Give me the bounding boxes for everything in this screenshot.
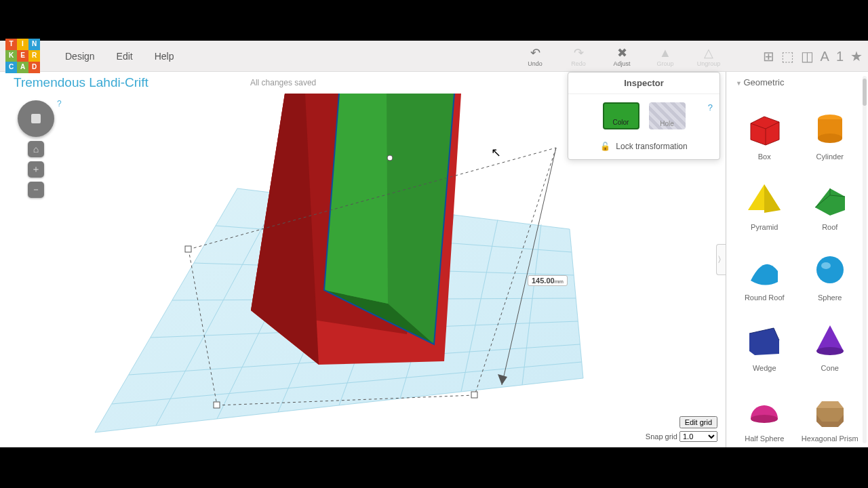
save-status: All changes saved bbox=[250, 78, 316, 87]
zoom-in-button[interactable]: ＋ bbox=[28, 161, 44, 178]
svg-point-44 bbox=[751, 415, 778, 423]
view-icon-4[interactable]: 1 bbox=[836, 49, 844, 64]
shape-label: Hexagonal Prism bbox=[802, 434, 859, 443]
shape-half-sphere[interactable]: Half Sphere bbox=[732, 375, 797, 443]
shape-hexagonal-prism[interactable]: Hexagonal Prism bbox=[797, 375, 863, 443]
shape-category[interactable]: Geometric bbox=[726, 72, 868, 93]
shape-thumb-icon bbox=[741, 177, 788, 220]
adjust-label: Adjust bbox=[613, 60, 630, 67]
svg-rect-27 bbox=[214, 402, 220, 408]
view-icon-3[interactable]: A bbox=[821, 49, 829, 64]
menu-help[interactable]: Help bbox=[144, 41, 185, 72]
shape-thumb-icon bbox=[741, 318, 788, 361]
shape-cone[interactable]: Cone bbox=[797, 304, 863, 372]
group-label: Group bbox=[656, 60, 673, 67]
shape-label: Sphere bbox=[818, 293, 842, 302]
shape-label: Wedge bbox=[753, 364, 776, 372]
orbit-pad[interactable] bbox=[18, 100, 54, 137]
svg-marker-30 bbox=[751, 117, 779, 145]
adjust-icon: ✖ bbox=[617, 46, 627, 60]
ungroup-button: △Ungroup bbox=[695, 46, 722, 67]
redo-button: ↷Redo bbox=[565, 46, 592, 67]
redo-label: Redo bbox=[571, 60, 586, 67]
dimension-label[interactable]: 145.00mm bbox=[528, 275, 568, 286]
shape-label: Cylinder bbox=[816, 152, 844, 161]
shape-sphere[interactable]: Sphere bbox=[797, 234, 863, 302]
view-icon-1[interactable]: ⬚ bbox=[781, 48, 794, 64]
svg-point-34 bbox=[818, 134, 842, 143]
shape-label: Pyramid bbox=[751, 223, 778, 231]
shape-thumb-icon bbox=[741, 247, 788, 291]
ungroup-label: Ungroup bbox=[697, 60, 721, 67]
svg-point-43 bbox=[816, 347, 844, 355]
svg-point-39 bbox=[816, 256, 844, 283]
group-icon: ▲ bbox=[659, 46, 671, 60]
group-button: ▲Group bbox=[652, 46, 679, 67]
svg-marker-36 bbox=[764, 184, 781, 213]
shape-thumb-icon bbox=[741, 106, 788, 150]
color-swatch-label: Color bbox=[613, 119, 629, 126]
hole-swatch[interactable]: Hole bbox=[649, 102, 686, 129]
inspector-title: Inspector bbox=[568, 73, 719, 94]
shape-wedge[interactable]: Wedge bbox=[732, 304, 797, 372]
shapes-panel: Geometric BoxCylinderPyramidRoofRound Ro… bbox=[726, 72, 868, 447]
undo-button[interactable]: ↶Undo bbox=[521, 46, 549, 67]
shape-label: Round Roof bbox=[745, 293, 785, 302]
menu-design[interactable]: Design bbox=[54, 41, 106, 72]
view-navigator[interactable]: ? ⌂ ＋ － bbox=[18, 100, 54, 198]
inspector-panel: Inspector ? Color Hole 🔓 Lock transforma… bbox=[568, 72, 720, 160]
snap-grid-label: Snap grid bbox=[646, 432, 677, 441]
snap-grid-select[interactable]: 1.0 bbox=[679, 431, 717, 442]
svg-point-40 bbox=[821, 262, 831, 269]
menubar: TINKERCAD DesignEditHelp ↶Undo↷Redo✖Adju… bbox=[0, 41, 868, 72]
inspector-help-icon[interactable]: ? bbox=[708, 102, 713, 113]
shape-thumb-icon bbox=[806, 388, 854, 432]
undo-icon: ↶ bbox=[530, 46, 540, 60]
view-icon-5[interactable]: ★ bbox=[850, 48, 863, 64]
shape-thumb-icon bbox=[806, 106, 854, 150]
shape-thumb-icon bbox=[806, 247, 854, 291]
color-swatch[interactable]: Color bbox=[603, 102, 639, 129]
home-view-button[interactable]: ⌂ bbox=[28, 141, 44, 157]
shapes-scrollbar[interactable] bbox=[863, 76, 867, 443]
view-icon-2[interactable]: ◫ bbox=[801, 48, 814, 64]
lock-transformation[interactable]: 🔓 Lock transformation bbox=[568, 138, 719, 159]
shape-thumb-icon bbox=[806, 318, 854, 361]
shape-thumb-icon bbox=[806, 177, 854, 220]
view-icon-0[interactable]: ⊞ bbox=[763, 48, 774, 64]
shape-cylinder[interactable]: Cylinder bbox=[797, 93, 863, 161]
shape-label: Cone bbox=[821, 364, 839, 372]
nav-help-icon[interactable]: ? bbox=[57, 99, 62, 108]
shape-label: Box bbox=[758, 152, 771, 161]
logo[interactable]: TINKERCAD bbox=[5, 39, 41, 74]
svg-rect-26 bbox=[185, 246, 191, 252]
adjust-button[interactable]: ✖Adjust bbox=[608, 46, 635, 67]
shape-thumb-icon bbox=[741, 388, 788, 432]
lock-icon: 🔓 bbox=[600, 142, 610, 151]
shape-label: Half Sphere bbox=[745, 434, 784, 443]
shape-box[interactable]: Box bbox=[732, 93, 797, 161]
toolbar: ↶Undo↷Redo✖Adjust▲Group△Ungroup bbox=[521, 41, 722, 72]
shape-round-roof[interactable]: Round Roof bbox=[732, 234, 797, 302]
svg-rect-28 bbox=[471, 392, 477, 398]
shape-roof[interactable]: Roof bbox=[797, 163, 863, 231]
hole-swatch-label: Hole bbox=[660, 120, 674, 127]
view-mode-icons: ⊞⬚◫A1★ bbox=[763, 41, 863, 72]
lock-label: Lock transformation bbox=[616, 142, 687, 151]
svg-marker-41 bbox=[749, 328, 779, 355]
document-name[interactable]: Tremendous Lahdi-Crift bbox=[14, 75, 149, 90]
panel-collapse-button[interactable]: 〉 bbox=[716, 244, 726, 275]
zoom-out-button[interactable]: － bbox=[28, 182, 44, 198]
svg-rect-46 bbox=[816, 408, 844, 422]
redo-icon: ↷ bbox=[574, 46, 584, 60]
edit-grid-button[interactable]: Edit grid bbox=[679, 416, 717, 428]
undo-label: Undo bbox=[528, 60, 542, 67]
svg-point-29 bbox=[387, 155, 393, 161]
shape-label: Roof bbox=[822, 223, 837, 231]
shape-pyramid[interactable]: Pyramid bbox=[732, 163, 797, 231]
ungroup-icon: △ bbox=[704, 46, 713, 60]
menu-edit[interactable]: Edit bbox=[106, 41, 144, 72]
grid-controls: Edit grid Snap grid 1.0 bbox=[646, 416, 717, 442]
